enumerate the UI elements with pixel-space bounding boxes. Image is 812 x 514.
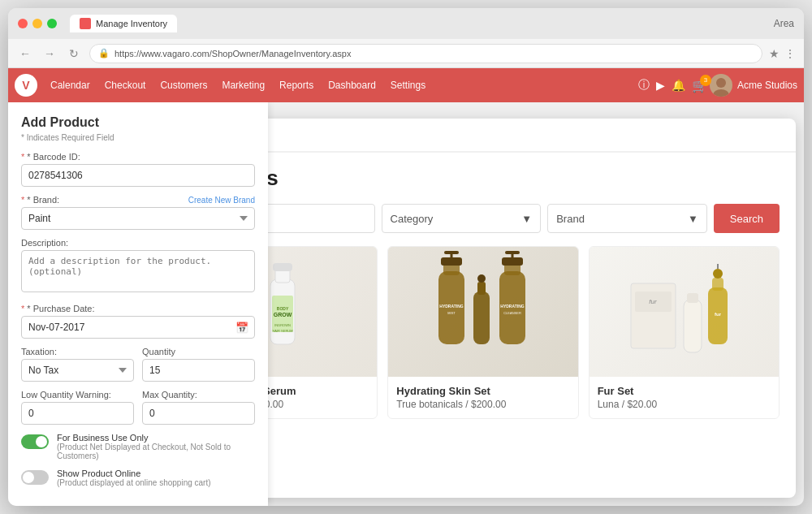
description-input[interactable] [21,250,255,292]
create-new-brand-link[interactable]: Create New Brand [188,196,255,205]
description-label: Description: [21,238,255,248]
search-button[interactable]: Search [714,204,780,233]
nav-settings[interactable]: Settings [384,76,432,94]
refresh-button[interactable]: ↻ [65,45,83,63]
tab-title: Manage Inventory [96,19,167,28]
nav-checkout[interactable]: Checkout [98,76,153,94]
brand-label: Brand [556,213,585,225]
category-dropdown[interactable]: Category ▼ [382,204,542,233]
user-avatar [710,74,732,97]
max-qty-label: Max Quantity: [142,390,255,400]
svg-text:HYDRATING: HYDRATING [500,304,524,309]
svg-text:GROW: GROW [273,312,292,317]
svg-text:fur: fur [650,298,658,305]
business-use-toggle[interactable] [21,434,49,449]
business-use-label: For Business Use Only [57,433,255,443]
cart-badge[interactable]: 🛒 3 [692,78,708,93]
browser-icons: ★ ⋮ [769,47,796,60]
nav-customers[interactable]: Customers [153,76,214,94]
quantity-group: Quantity [142,347,255,382]
play-icon[interactable]: ▶ [656,79,665,92]
url-text: https://www.vagaro.com/ShopOwner/ManageI… [114,49,351,58]
product-meta-2: Luna / $20.00 [598,399,771,410]
product-info-1: Hydrating Skin Set True botanicals / $20… [388,377,577,418]
browser-tab[interactable]: Manage Inventory [70,15,177,32]
svg-point-1 [713,89,729,97]
low-qty-group: Low Quantity Warning: [21,390,134,425]
taxation-label: Taxation: [21,347,134,356]
required-note: * Indicates Required Field [21,133,255,142]
svg-text:MIST: MIST [447,311,456,315]
svg-text:HYDRATING: HYDRATING [439,304,463,309]
show-online-desc: (Product displayed at online shopping ca… [57,478,211,487]
svg-rect-12 [441,257,462,266]
menu-icon[interactable]: ⋮ [784,47,796,60]
svg-rect-30 [684,300,702,352]
max-qty-input[interactable] [142,402,255,425]
main-content: Add Product * Indicates Required Field *… [8,102,804,506]
svg-text:BODY: BODY [276,306,288,311]
category-label: Category [391,213,434,225]
product-name-2: Fur Set [598,385,771,397]
purchase-date-input[interactable] [21,316,255,339]
taxation-select[interactable]: No Tax [21,359,134,382]
nav-calendar[interactable]: Calendar [44,76,97,94]
barcode-input[interactable] [21,164,255,187]
svg-rect-20 [502,257,523,266]
close-button[interactable] [18,19,28,28]
low-qty-label: Low Quantity Warning: [21,390,134,400]
back-button[interactable]: ← [16,45,34,63]
nav-marketing[interactable]: Marketing [215,76,271,94]
maximize-button[interactable] [47,19,57,28]
quantity-label: Quantity [142,347,255,356]
browser-controls: ← → ↻ 🔒 https://www.vagaro.com/ShopOwner… [8,39,804,68]
bell-icon[interactable]: 🔔 [672,79,685,92]
business-use-info: For Business Use Only (Product Net Displ… [57,433,255,460]
category-chevron-icon: ▼ [521,213,532,225]
product-card-2[interactable]: fur fur [589,246,780,419]
nav-bar: V Calendar Checkout Customers Marketing … [8,68,804,102]
svg-point-17 [477,274,486,283]
product-meta-1: True botanicals / $200.00 [396,399,569,410]
max-qty-group: Max Quantity: [142,390,255,425]
nav-icons: ⓘ ▶ 🔔 🛒 3 [638,78,708,93]
nav-user[interactable]: Acme Studios [710,74,797,97]
products-grid: BODY GROW INGROWN HAIR SERUM Ingrown Hai… [187,246,780,419]
show-online-label: Show Product Online [57,469,211,478]
brand-label: * Brand: [21,195,59,205]
forward-button[interactable]: → [41,45,58,63]
calendar-icon: 📅 [235,322,248,334]
browser-user-label: Area [774,18,794,29]
address-bar[interactable]: 🔒 https://www.vagaro.com/ShopOwner/Manag… [89,44,762,63]
product-image-2: fur fur [590,247,779,377]
barcode-label: * Barcode ID: [21,152,255,162]
show-online-info: Show Product Online (Product displayed a… [57,469,211,487]
svg-rect-31 [687,293,698,303]
tab-favicon [80,18,91,29]
product-card-1[interactable]: HYDRATING MIST HYDRATING CLEANSER Hydrat… [387,246,578,419]
svg-rect-33 [712,278,723,291]
show-online-row: Show Product Online (Product displayed a… [21,469,255,487]
star-icon[interactable]: ★ [769,47,780,60]
low-qty-input[interactable] [21,402,134,425]
low-max-row: Low Quantity Warning: Max Quantity: [21,390,255,433]
quantity-input[interactable] [142,359,255,382]
svg-point-34 [713,269,723,279]
svg-rect-14 [444,251,459,254]
add-product-panel: Add Product * Indicates Required Field *… [8,102,268,506]
nav-reports[interactable]: Reports [273,76,320,94]
browser-titlebar: Manage Inventory Area [8,8,804,39]
svg-text:INGROWN: INGROWN [274,323,291,327]
minimize-button[interactable] [32,19,42,28]
business-use-row: For Business Use Only (Product Net Displ… [21,433,255,460]
help-icon[interactable]: ⓘ [638,78,650,93]
show-online-toggle[interactable] [21,470,49,485]
nav-dashboard[interactable]: Dashboard [322,76,382,94]
tax-qty-row: Taxation: No Tax Quantity [21,347,255,390]
product-image-1: HYDRATING MIST HYDRATING CLEANSER [388,247,577,377]
brand-select[interactable]: Paint [21,207,255,230]
nav-logo: V [15,74,37,97]
product-info-2: Fur Set Luna / $20.00 [590,377,779,418]
brand-dropdown[interactable]: Brand ▼ [547,204,707,233]
svg-rect-15 [473,292,490,344]
